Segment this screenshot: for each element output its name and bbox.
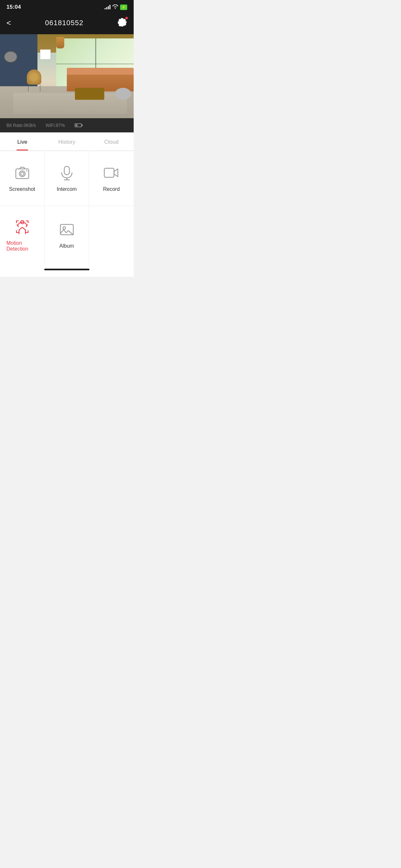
settings-notification-dot <box>125 17 128 20</box>
motion-detection-label: Motion Detection <box>6 240 38 252</box>
tab-live[interactable]: Live <box>0 132 44 151</box>
battery-icon: ⚡ <box>120 4 127 10</box>
svg-point-2 <box>21 172 24 175</box>
motion-detection-button[interactable]: Motion Detection <box>0 206 44 265</box>
screenshot-label: Screenshot <box>9 186 35 192</box>
tab-history[interactable]: History <box>44 132 89 151</box>
svg-point-3 <box>26 170 27 172</box>
intercom-label: Intercom <box>57 186 76 192</box>
tab-cloud[interactable]: Cloud <box>89 132 134 151</box>
home-indicator-area <box>0 265 134 277</box>
person-icon <box>14 219 30 235</box>
settings-button[interactable] <box>118 18 127 28</box>
album-button[interactable]: Album <box>44 206 89 265</box>
bit-rate-info: Bit Rate:0KB/s <box>6 123 36 128</box>
status-icons: ⚡ <box>104 4 127 10</box>
back-button[interactable]: < <box>6 19 11 27</box>
actions-grid: Screenshot Intercom Record <box>0 151 134 265</box>
home-bar <box>44 269 89 270</box>
header: < 061810552 <box>0 13 134 34</box>
tab-bar: Live History Cloud <box>0 132 134 151</box>
wifi-icon <box>112 4 118 10</box>
status-time: 15:04 <box>6 4 21 10</box>
camera-feed[interactable] <box>0 34 134 118</box>
photo-icon <box>59 222 74 237</box>
svg-rect-4 <box>64 166 69 175</box>
screenshot-button[interactable]: Screenshot <box>0 151 44 206</box>
empty-cell <box>89 206 134 265</box>
record-button[interactable]: Record <box>89 151 134 206</box>
intercom-button[interactable]: Intercom <box>44 151 89 206</box>
camera-icon <box>14 165 30 181</box>
wifi-info: WiFi:87% <box>45 123 65 128</box>
status-bar: 15:04 ⚡ <box>0 0 134 13</box>
battery-status <box>74 123 82 127</box>
video-icon <box>104 165 119 181</box>
info-bar: Bit Rate:0KB/s WiFi:87% <box>0 118 134 132</box>
signal-icon <box>104 5 111 9</box>
record-label: Record <box>103 186 120 192</box>
album-label: Album <box>59 243 74 249</box>
svg-point-18 <box>63 227 66 229</box>
mic-icon <box>59 165 74 181</box>
svg-rect-7 <box>104 168 114 177</box>
svg-point-1 <box>19 171 25 177</box>
device-title: 061810552 <box>45 19 83 27</box>
